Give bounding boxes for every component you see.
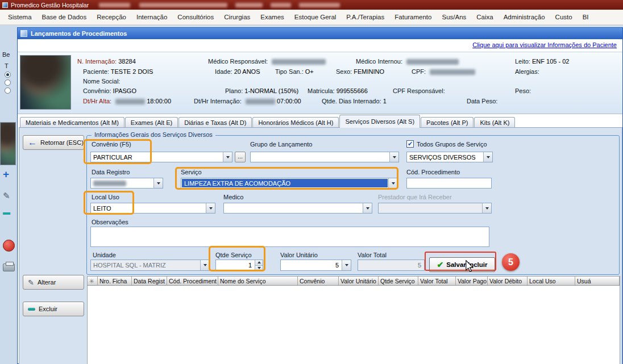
dropdown-arrow-icon[interactable]	[483, 152, 492, 162]
tipo-san-label: Tipo San.:	[275, 68, 304, 75]
col-valor-unitario[interactable]: Valor Unitário	[339, 277, 379, 285]
col-valor-pago[interactable]: Valor Pago	[456, 277, 488, 285]
menu-recepcao[interactable]: Recepção	[92, 12, 131, 22]
printer-icon[interactable]	[3, 263, 15, 271]
remove-icon[interactable]: ▬	[3, 208, 10, 216]
add-icon[interactable]: +	[3, 169, 9, 179]
todos-grupos-checkbox[interactable]: ✔	[406, 140, 414, 148]
menu-consultorios[interactable]: Consultórios	[172, 12, 219, 22]
tab-diarias-taxas[interactable]: Diárias e Taxas (Alt D)	[178, 117, 252, 128]
qtde-servico-spinner[interactable]: 1	[215, 260, 263, 271]
menu-pa-terapias[interactable]: P.A./Terapias	[341, 12, 389, 22]
tab-kits[interactable]: Kits (Alt K)	[474, 117, 515, 128]
dropdown-arrow-icon[interactable]	[223, 152, 232, 162]
radio-option[interactable]	[5, 87, 11, 94]
field-medico-internou: Médico Internou:	[356, 58, 459, 65]
servico-combobox[interactable]: LIMPEZA EXTRA DE ACOMODAÇÃO	[181, 178, 398, 189]
menu-estoque-geral[interactable]: Estoque Geral	[289, 12, 342, 22]
tab-materiais-medicamentos[interactable]: Materiais e Medicamentos (Alt M)	[20, 117, 124, 128]
table-header-icon: ✳	[88, 277, 98, 285]
blurred-value	[406, 59, 459, 65]
dropdown-arrow-icon[interactable]	[200, 260, 209, 270]
tab-pacotes[interactable]: Pacotes (Alt P)	[421, 117, 474, 128]
valor-unitario-field[interactable]: 5	[280, 260, 351, 271]
col-valor-total[interactable]: Valor Total	[418, 277, 456, 285]
data-registro-value	[91, 178, 153, 188]
spinner-buttons[interactable]	[255, 260, 263, 270]
results-grid-body[interactable]	[87, 286, 620, 364]
alergias-label: Alergias:	[515, 68, 539, 75]
dropdown-arrow-icon[interactable]	[389, 152, 398, 162]
convenio-lookup-button[interactable]: ...	[235, 152, 246, 162]
results-grid-header: ✳ Nro. Ficha Data Regist Cód. Procedimen…	[87, 276, 620, 286]
col-nro-ficha[interactable]: Nro. Ficha	[98, 277, 132, 285]
menu-administracao[interactable]: Administração	[499, 12, 550, 22]
field-leito: Leito: ENF 105 - 02	[515, 58, 569, 65]
menu-sistema[interactable]: Sistema	[3, 12, 37, 22]
menu-faturamento[interactable]: Faturamento	[389, 12, 437, 22]
observacoes-textarea[interactable]	[90, 227, 489, 247]
qtde-servico-value: 1	[216, 260, 255, 270]
cpf-responsavel-label: CPF Responsável:	[393, 87, 445, 94]
alarm-icon[interactable]	[3, 240, 15, 252]
convenio-f5-label: Convênio (F5)	[92, 141, 131, 148]
col-valor-debito[interactable]: Valor Débito	[488, 277, 528, 285]
patient-photo	[20, 55, 71, 110]
dias-internado-value: 1	[383, 98, 387, 104]
field-data-peso: Data Peso:	[467, 98, 497, 104]
edit-pencil-icon[interactable]: ✎	[3, 191, 10, 201]
observacoes-label: Observações	[92, 219, 128, 225]
alterar-button[interactable]: ✎ Alterar	[23, 275, 84, 290]
menu-bi[interactable]: BI	[578, 12, 594, 22]
medico-combobox[interactable]	[223, 203, 372, 214]
dropdown-arrow-icon[interactable]	[153, 178, 163, 188]
servico-selected-value: LIMPEZA EXTRA DE ACOMODAÇÃO	[182, 179, 388, 187]
convenio-combobox[interactable]: PARTICULAR	[90, 152, 232, 162]
field-cpf-responsavel: CPF Responsável:	[393, 87, 445, 94]
radio-option[interactable]	[5, 80, 11, 86]
radio-option[interactable]	[5, 72, 11, 78]
dropdown-arrow-icon[interactable]	[342, 260, 351, 270]
tab-exames[interactable]: Exames (Alt E)	[125, 117, 178, 128]
col-qtde-servico[interactable]: Qtde Serviço	[379, 277, 418, 285]
menu-internacao[interactable]: Internação	[131, 12, 172, 22]
grupo-servico-combobox[interactable]: SERVIÇOS DIVERSOS	[406, 152, 493, 162]
blurred-titlebar-text	[99, 3, 130, 7]
data-registro-field[interactable]	[90, 178, 163, 189]
dropdown-arrow-icon[interactable]	[363, 203, 372, 213]
strip-label-t: T	[5, 62, 9, 69]
data-registro-label: Data Registro	[92, 169, 130, 175]
patient-info-link[interactable]: Clique aqui para visualizar Informações …	[472, 41, 617, 48]
local-uso-combobox[interactable]: LEITO	[90, 203, 215, 214]
menu-base-de-dados[interactable]: Base de Dados	[37, 12, 92, 22]
screen: Promedico Gestão Hospitalar Sistema Base…	[0, 0, 623, 364]
col-local-uso[interactable]: Local Uso	[528, 277, 575, 285]
retornar-button[interactable]: ← Retornar (ESC)	[23, 135, 84, 150]
menu-sus-ans[interactable]: Sus/Ans	[437, 12, 471, 22]
col-convenio[interactable]: Convênio	[298, 277, 339, 285]
window-titlebar: Lançamentos de Procedimentos	[18, 28, 622, 39]
tab-honorarios-medicos[interactable]: Honorários Médicos (Alt H)	[252, 117, 339, 128]
dropdown-arrow-icon[interactable]	[206, 203, 215, 213]
grupo-servico-value: SERVIÇOS DIVERSOS	[407, 152, 483, 162]
dropdown-arrow-icon[interactable]	[388, 178, 397, 188]
grupo-lancamento-combobox[interactable]	[250, 152, 399, 162]
app-titlebar: Promedico Gestão Hospitalar	[0, 0, 623, 10]
menu-custo[interactable]: Custo	[550, 12, 578, 22]
field-tipo-san: Tipo San.: O+	[275, 68, 314, 75]
col-usuario[interactable]: Usuá	[575, 277, 620, 285]
col-data-registro[interactable]: Data Regist	[132, 277, 167, 285]
spinner-up-icon	[255, 260, 263, 265]
unidade-combobox[interactable]: HOSPITAL SQL - MATRIZ	[90, 260, 210, 271]
menu-cirurgias[interactable]: Cirurgias	[219, 12, 255, 22]
tab-servicos-diversos[interactable]: Serviços Diversos (Alt S)	[339, 115, 420, 128]
menu-exames[interactable]: Exames	[255, 12, 289, 22]
salvar-incluir-button[interactable]: ✔ Salvar/Incluir	[429, 257, 495, 272]
col-cod-procedimento[interactable]: Cód. Procediment	[167, 277, 218, 285]
col-nome-servico[interactable]: Nome do Serviço	[218, 277, 298, 285]
cod-procedimento-field[interactable]	[406, 178, 492, 189]
blurred-titlebar-text	[235, 3, 263, 7]
menu-caixa[interactable]: Caixa	[471, 12, 498, 22]
data-peso-label: Data Peso:	[467, 98, 497, 104]
excluir-button[interactable]: Excluir	[23, 302, 84, 316]
